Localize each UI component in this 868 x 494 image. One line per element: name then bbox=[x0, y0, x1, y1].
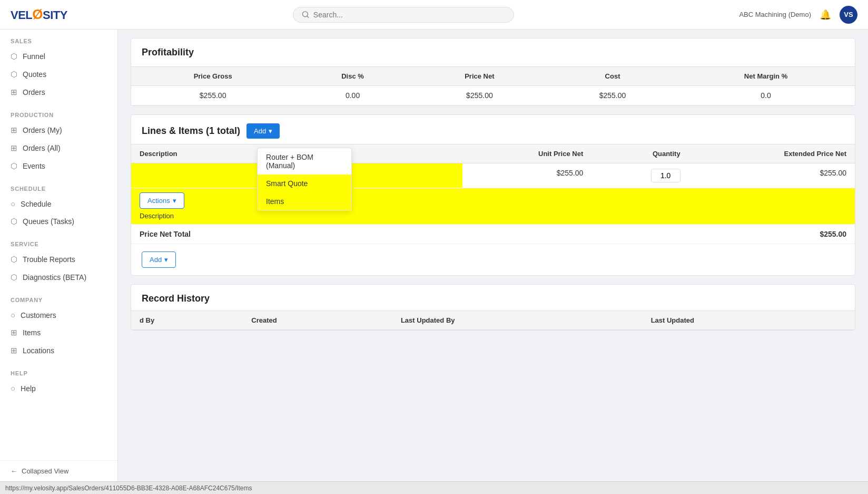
col-quantity: Quantity bbox=[591, 144, 688, 163]
avatar[interactable]: VS bbox=[840, 6, 857, 24]
dropdown-item-smart-quote[interactable]: Smart Quote bbox=[258, 175, 351, 192]
add-button[interactable]: Add ▾ bbox=[246, 123, 280, 139]
sidebar-section-title-company: COMPANY bbox=[0, 297, 117, 306]
dropdown-item-router-bom[interactable]: Router + BOM (Manual) bbox=[258, 148, 351, 175]
sidebar-item-label-queues: Queues (Tasks) bbox=[23, 217, 74, 226]
record-history-data-row bbox=[131, 330, 855, 331]
sidebar-item-help[interactable]: ○ Help bbox=[0, 380, 117, 397]
sidebar-item-items[interactable]: ⊞ Items bbox=[0, 324, 117, 342]
total-value: $255.00 bbox=[689, 225, 855, 244]
sidebar-section-title-sales: SALES bbox=[0, 38, 117, 47]
col-extended-price-net: Extended Price Net bbox=[689, 144, 855, 163]
bottom-add-label: Add bbox=[150, 256, 162, 264]
sidebar-item-trouble-reports[interactable]: ⬡ Trouble Reports bbox=[0, 250, 117, 268]
total-row: Price Net Total $255.00 bbox=[131, 225, 855, 244]
sidebar: SALES ⬡ Funnel ⬡ Quotes ⊞ Orders PRODUCT… bbox=[0, 30, 118, 481]
profitability-data-row: $255.00 0.00 $255.00 $255.00 0.0 bbox=[131, 86, 855, 105]
statusbar-url: https://my.velosity.app/SalesOrders/4110… bbox=[5, 485, 252, 492]
bell-icon[interactable]: 🔔 bbox=[820, 9, 831, 21]
sidebar-item-label-diagnostics: Diagnostics (BETA) bbox=[23, 273, 86, 282]
logo-dot: Ø bbox=[32, 6, 43, 22]
sidebar-item-label-customers: Customers bbox=[21, 311, 56, 319]
sidebar-section-sales: SALES ⬡ Funnel ⬡ Quotes ⊞ Orders bbox=[0, 30, 117, 103]
sidebar-item-label-funnel: Funnel bbox=[23, 52, 45, 61]
col-price-gross: Price Gross bbox=[131, 67, 294, 86]
help-icon: ○ bbox=[11, 384, 15, 393]
actions-row: Actions ▾ Description bbox=[131, 188, 855, 225]
sidebar-section-title-schedule: SCHEDULE bbox=[0, 186, 117, 195]
sidebar-item-label-locations: Locations bbox=[23, 346, 54, 355]
sidebar-item-label-orders: Orders bbox=[23, 88, 45, 96]
col-price-net: Price Net bbox=[411, 67, 548, 86]
cell-quantity bbox=[591, 163, 688, 188]
orders-my-icon: ⊞ bbox=[11, 125, 17, 135]
topbar: VELØSITY ABC Machining (Demo) 🔔 VS bbox=[0, 0, 868, 30]
sidebar-section-title-production: PRODUCTION bbox=[0, 112, 117, 121]
col-cost: Cost bbox=[548, 67, 677, 86]
sidebar-item-queues[interactable]: ⬡ Queues (Tasks) bbox=[0, 212, 117, 230]
collapse-view-label: Collapsed View bbox=[22, 467, 68, 475]
record-history-header: Record History bbox=[131, 285, 855, 311]
sidebar-item-quotes[interactable]: ⬡ Quotes bbox=[0, 65, 117, 83]
search-input[interactable] bbox=[313, 11, 505, 19]
sidebar-item-schedule[interactable]: ○ Schedule bbox=[0, 195, 117, 212]
lines-items-card: Lines & Items (1 total) Add ▾ Router + B… bbox=[131, 114, 855, 276]
schedule-icon: ○ bbox=[11, 199, 15, 208]
cell-unit-price: $255.00 bbox=[462, 163, 592, 188]
sidebar-section-title-service: SERVICE bbox=[0, 241, 117, 250]
search-bar[interactable] bbox=[293, 7, 514, 23]
add-button-container: Add ▾ Router + BOM (Manual) Smart Quote … bbox=[246, 123, 280, 139]
sidebar-item-label-orders-my: Orders (My) bbox=[23, 126, 62, 134]
collapse-view-button[interactable]: ← Collapsed View bbox=[0, 460, 117, 481]
sidebar-item-label-help: Help bbox=[21, 384, 36, 393]
add-button-label: Add bbox=[254, 127, 266, 135]
actions-button-label: Actions bbox=[147, 197, 170, 205]
profitability-header-row: Price Gross Disc % Price Net Cost Net Ma… bbox=[131, 67, 855, 86]
record-history-header-row: d By Created Last Updated By Last Update… bbox=[131, 311, 855, 330]
search-icon bbox=[302, 11, 309, 18]
cell-d-by bbox=[131, 330, 243, 331]
sidebar-section-company: COMPANY ○ Customers ⊞ Items ⊞ Locations bbox=[0, 288, 117, 362]
bottom-add-caret: ▾ bbox=[164, 256, 168, 264]
cell-price-net: $255.00 bbox=[411, 86, 548, 105]
cell-price-gross: $255.00 bbox=[131, 86, 294, 105]
sidebar-item-customers[interactable]: ○ Customers bbox=[0, 306, 117, 324]
sidebar-item-orders-all[interactable]: ⊞ Orders (All) bbox=[0, 139, 117, 157]
record-history-table: d By Created Last Updated By Last Update… bbox=[131, 311, 855, 330]
sidebar-section-schedule: SCHEDULE ○ Schedule ⬡ Queues (Tasks) bbox=[0, 177, 117, 233]
sidebar-item-funnel[interactable]: ⬡ Funnel bbox=[0, 47, 117, 65]
sidebar-item-orders[interactable]: ⊞ Orders bbox=[0, 83, 117, 101]
lines-items-header: Lines & Items (1 total) Add ▾ Router + B… bbox=[131, 115, 855, 144]
sidebar-item-events[interactable]: ⬡ Events bbox=[0, 157, 117, 175]
col-net-margin: Net Margin % bbox=[677, 67, 855, 86]
sidebar-item-locations[interactable]: ⊞ Locations bbox=[0, 342, 117, 360]
sidebar-item-orders-my[interactable]: ⊞ Orders (My) bbox=[0, 121, 117, 139]
col-disc-pct: Disc % bbox=[294, 67, 411, 86]
queues-icon: ⬡ bbox=[11, 217, 17, 226]
profitability-table: Price Gross Disc % Price Net Cost Net Ma… bbox=[131, 66, 855, 105]
profitability-card: Profitability Price Gross Disc % Price N… bbox=[131, 38, 855, 106]
topbar-right: ABC Machining (Demo) 🔔 VS bbox=[739, 6, 857, 24]
events-icon: ⬡ bbox=[11, 161, 17, 171]
items-table-header-row: Description Unit Price Net Quantity Exte… bbox=[131, 144, 855, 163]
actions-button-caret: ▾ bbox=[173, 197, 176, 205]
sidebar-section-title-help: HELP bbox=[0, 370, 117, 380]
customers-icon: ○ bbox=[11, 311, 15, 319]
items-icon: ⊞ bbox=[11, 328, 17, 337]
dropdown-item-items[interactable]: Items bbox=[258, 192, 351, 210]
sidebar-item-diagnostics[interactable]: ⬡ Diagnostics (BETA) bbox=[0, 268, 117, 286]
locations-icon: ⊞ bbox=[11, 346, 17, 355]
bottom-add-button[interactable]: Add ▾ bbox=[142, 251, 176, 268]
logo-text: VELØSITY bbox=[11, 6, 67, 23]
col-last-updated-by: Last Updated By bbox=[392, 311, 643, 330]
svg-line-1 bbox=[307, 16, 308, 17]
col-last-updated: Last Updated bbox=[643, 311, 855, 330]
sidebar-section-production: PRODUCTION ⊞ Orders (My) ⊞ Orders (All) … bbox=[0, 103, 117, 177]
actions-button[interactable]: Actions ▾ bbox=[140, 192, 184, 209]
quotes-icon: ⬡ bbox=[11, 70, 17, 79]
trouble-reports-icon: ⬡ bbox=[11, 255, 17, 264]
sidebar-item-label-events: Events bbox=[23, 162, 45, 170]
quantity-input[interactable] bbox=[651, 169, 680, 182]
diagnostics-icon: ⬡ bbox=[11, 273, 17, 282]
lines-items-title: Lines & Items (1 total) bbox=[142, 125, 240, 137]
